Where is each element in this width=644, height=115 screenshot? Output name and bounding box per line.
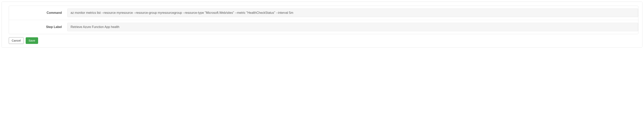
step-label-field-wrap [67,23,638,31]
command-input[interactable] [67,8,638,17]
button-row: Cancel Save [2,37,642,48]
form-row-command: Command [9,6,638,20]
command-field-wrap [67,8,638,17]
step-label-input[interactable] [67,23,638,31]
step-label-label: Step Label [9,25,67,29]
save-button[interactable]: Save [26,37,38,44]
form-inner-panel: Command Step Label [9,6,638,34]
command-label: Command [9,11,67,14]
cancel-button[interactable]: Cancel [9,37,24,44]
form-row-step-label: Step Label [9,20,638,34]
form-panel: Command Step Label Cancel Save [2,2,642,48]
